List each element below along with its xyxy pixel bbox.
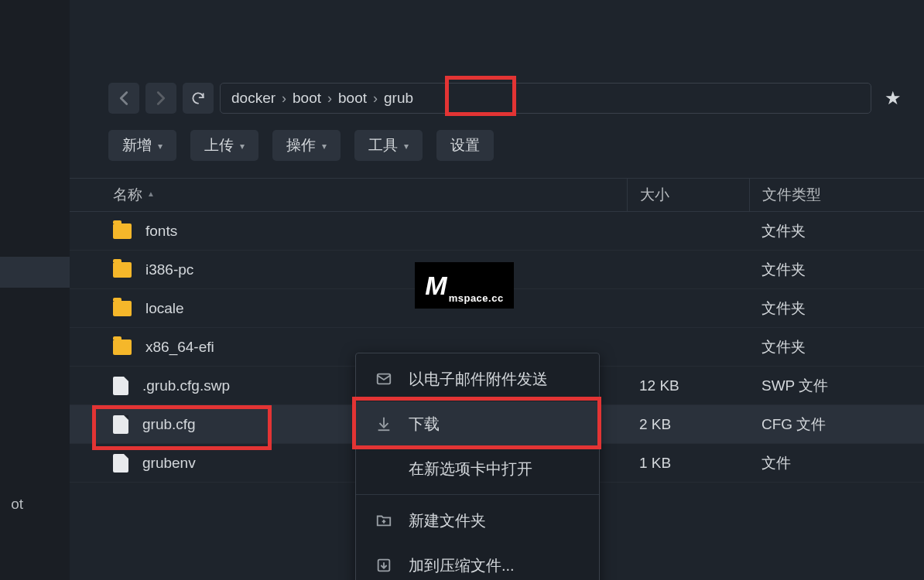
caret-down-icon: ▾ (404, 141, 409, 152)
folder-icon (113, 223, 132, 239)
download-icon (375, 415, 393, 433)
cell-type: SWP 文件 (749, 376, 924, 396)
context-menu: 以电子邮件附件发送 下载 在新选项卡中打开 新建文件夹 加到压缩文件... (355, 353, 600, 580)
file-name: fonts (145, 223, 177, 240)
cell-size: 12 KB (627, 377, 749, 394)
caret-down-icon: ▾ (158, 141, 163, 152)
file-name: grub.cfg (142, 416, 196, 433)
file-name: i386-pc (145, 261, 193, 278)
cell-name: fonts (70, 223, 627, 240)
refresh-button[interactable] (183, 83, 214, 114)
file-icon (113, 454, 128, 473)
nav-toolbar: docker › boot › boot › grub ★ (70, 0, 924, 116)
file-name: grubenv (142, 455, 196, 472)
cell-type: 文件夹 (749, 221, 924, 241)
breadcrumb-segment[interactable]: grub (384, 90, 413, 107)
column-name[interactable]: 名称▲ (70, 185, 627, 205)
action-bar: 新增▾ 上传▾ 操作▾ 工具▾ 设置 (70, 116, 924, 161)
chevron-left-icon (118, 90, 129, 106)
watermark-text: mspace.cc (449, 292, 504, 304)
tool-button[interactable]: 工具▾ (354, 130, 423, 161)
refresh-icon (190, 90, 206, 106)
chevron-right-icon (156, 90, 166, 106)
new-folder-icon (375, 511, 393, 530)
menu-new-folder[interactable]: 新建文件夹 (356, 498, 599, 543)
menu-send-email[interactable]: 以电子邮件附件发送 (356, 357, 599, 401)
mail-icon (375, 370, 393, 388)
cell-size: 1 KB (627, 455, 749, 472)
blank-icon (375, 459, 393, 478)
cell-size: 2 KB (627, 416, 749, 433)
chevron-right-icon: › (282, 90, 286, 107)
file-name: .grub.cfg.swp (142, 377, 230, 394)
file-name: x86_64-efi (145, 339, 214, 356)
sidebar-truncated-label: ot (0, 493, 23, 516)
folder-icon (113, 339, 132, 355)
column-size[interactable]: 大小 (627, 179, 749, 211)
table-header: 名称▲ 大小 文件类型 (70, 178, 924, 212)
cell-type: 文件夹 (749, 337, 924, 357)
favorite-button[interactable]: ★ (878, 83, 909, 114)
watermark-logo: M (425, 272, 445, 299)
cell-name: i386-pc (70, 261, 627, 278)
cell-type: 文件夹 (749, 260, 924, 280)
file-name: locale (145, 300, 184, 317)
breadcrumb[interactable]: docker › boot › boot › grub (220, 83, 871, 114)
caret-down-icon: ▾ (240, 141, 245, 152)
breadcrumb-segment[interactable]: boot (293, 90, 321, 107)
chevron-right-icon: › (373, 90, 378, 107)
cell-type: 文件 (749, 453, 924, 473)
cell-type: 文件夹 (749, 299, 924, 319)
folder-icon (113, 262, 132, 278)
operate-button[interactable]: 操作▾ (272, 130, 341, 161)
caret-down-icon: ▾ (322, 141, 327, 152)
upload-button[interactable]: 上传▾ (190, 130, 258, 161)
folder-icon (113, 301, 132, 316)
column-type[interactable]: 文件类型 (749, 179, 924, 211)
watermark: M mspace.cc (415, 262, 514, 309)
star-icon: ★ (885, 87, 902, 109)
back-button[interactable] (108, 83, 139, 114)
sidebar-active-item[interactable] (0, 257, 70, 288)
menu-download[interactable]: 下载 (356, 401, 599, 446)
file-icon (113, 377, 128, 395)
menu-open-new-tab[interactable]: 在新选项卡中打开 (356, 446, 599, 491)
breadcrumb-segment[interactable]: docker (231, 90, 275, 107)
sort-asc-icon: ▲ (147, 189, 155, 198)
menu-add-archive[interactable]: 加到压缩文件... (356, 543, 599, 580)
archive-icon (375, 556, 393, 575)
new-button[interactable]: 新增▾ (108, 130, 176, 161)
breadcrumb-segment[interactable]: boot (338, 90, 367, 107)
sidebar: ot (0, 0, 70, 580)
forward-button[interactable] (145, 83, 176, 114)
menu-separator (356, 494, 599, 495)
cell-type: CFG 文件 (749, 415, 924, 435)
settings-button[interactable]: 设置 (436, 130, 494, 161)
cell-name: locale (70, 300, 627, 317)
file-icon (113, 415, 128, 434)
chevron-right-icon: › (327, 90, 332, 107)
table-row[interactable]: fonts文件夹 (70, 212, 924, 251)
